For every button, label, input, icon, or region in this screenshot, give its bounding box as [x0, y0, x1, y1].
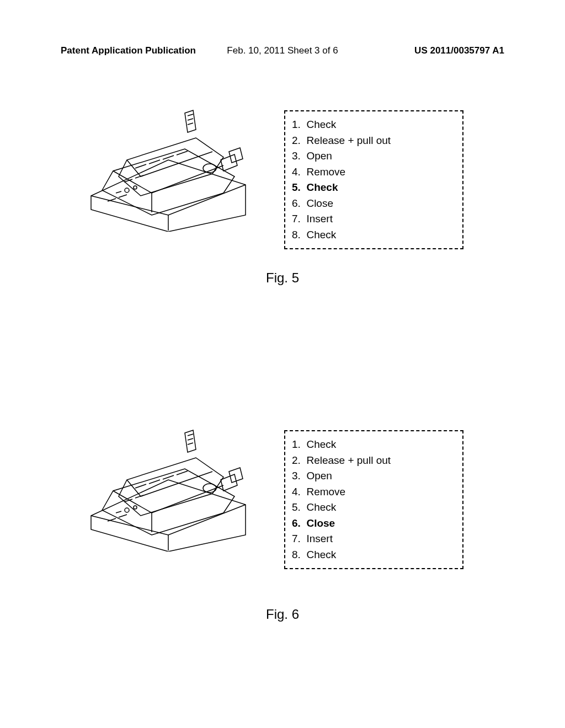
step-item: 3. Open [292, 148, 456, 164]
header-publication-label: Patent Application Publication [61, 45, 196, 56]
step-item: 8. Check [292, 547, 456, 563]
step-item-current: 6. Close [292, 516, 456, 532]
step-item: 6. Close [292, 196, 456, 212]
svg-point-3 [203, 484, 216, 493]
header-date-sheet: Feb. 10, 2011 Sheet 3 of 6 [227, 45, 338, 56]
step-item-current: 5. Check [292, 180, 456, 196]
step-item: 1. Check [292, 437, 456, 453]
step-item: 4. Remove [292, 164, 456, 180]
steps-list-fig5: 1. Check 2. Release + pull out 3. Open 4… [284, 110, 463, 249]
step-item: 1. Check [292, 117, 456, 133]
step-item: 4. Remove [292, 484, 456, 500]
header-patent-number: US 2011/0035797 A1 [414, 45, 504, 56]
svg-point-0 [203, 164, 216, 173]
step-item: 3. Open [292, 468, 456, 484]
figure-5-caption: Fig. 5 [266, 270, 299, 286]
step-item: 5. Check [292, 500, 456, 516]
svg-point-1 [125, 188, 129, 192]
step-item: 2. Release + pull out [292, 453, 456, 469]
figure-6-caption: Fig. 6 [266, 607, 299, 622]
printer-mechanism-drawing-fig6 [86, 425, 251, 552]
svg-point-2 [134, 186, 137, 189]
steps-list-fig6: 1. Check 2. Release + pull out 3. Open 4… [284, 430, 463, 569]
step-item: 8. Check [292, 227, 456, 243]
svg-point-4 [125, 508, 129, 512]
page-header: Patent Application Publication Feb. 10, … [0, 45, 565, 56]
svg-point-5 [134, 506, 137, 509]
step-item: 7. Insert [292, 531, 456, 547]
step-item: 7. Insert [292, 211, 456, 227]
printer-mechanism-drawing-fig5 [86, 105, 251, 232]
step-item: 2. Release + pull out [292, 133, 456, 149]
